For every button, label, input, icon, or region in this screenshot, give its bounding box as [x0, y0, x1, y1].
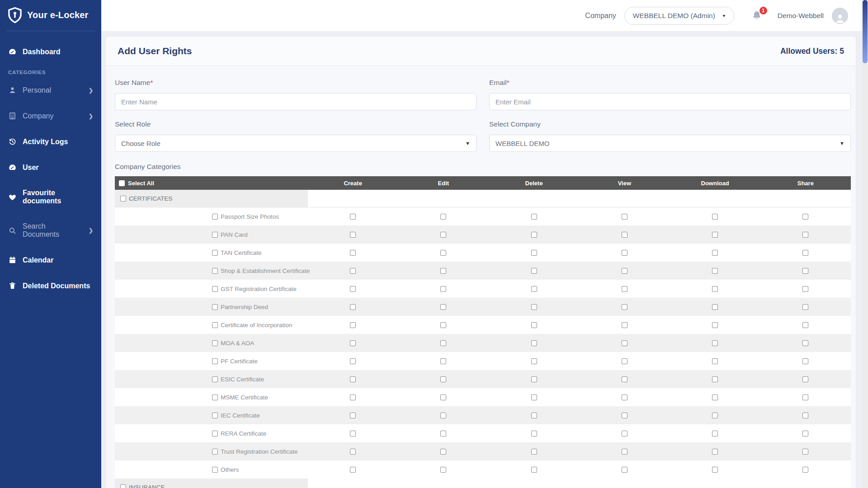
permission-checkbox-edit-pan-card[interactable] [440, 232, 446, 238]
permission-checkbox-edit-certificate-of-incorporation[interactable] [440, 322, 446, 328]
permission-checkbox-download-shop-establishment-certificate[interactable] [712, 268, 718, 274]
permission-checkbox-create-pf-certificate[interactable] [350, 358, 356, 364]
permission-checkbox-delete-moa-aoa[interactable] [531, 340, 537, 346]
permission-checkbox-download-iec-certificate[interactable] [712, 413, 718, 418]
permission-checkbox-edit-others[interactable] [440, 467, 446, 473]
permission-checkbox-delete-pf-certificate[interactable] [531, 358, 537, 364]
category-checkbox-pan-card[interactable] [212, 232, 218, 238]
category-checkbox-pf-certificate[interactable] [212, 358, 218, 364]
category-checkbox-moa-aoa[interactable] [212, 340, 218, 346]
group-checkbox-certificates[interactable] [120, 196, 126, 202]
permission-checkbox-delete-gst-registration-certificate[interactable] [531, 286, 537, 292]
permission-checkbox-delete-certificate-of-incorporation[interactable] [531, 322, 537, 328]
permission-checkbox-share-tan-certificate[interactable] [802, 250, 808, 256]
permission-checkbox-edit-shop-establishment-certificate[interactable] [440, 268, 446, 274]
sidebar-item-activity-logs[interactable]: Activity Logs [0, 131, 101, 152]
permission-checkbox-share-certificate-of-incorporation[interactable] [802, 322, 808, 328]
permission-checkbox-view-msme-certificate[interactable] [622, 394, 627, 400]
permission-checkbox-edit-esic-certificate[interactable] [440, 376, 446, 382]
permission-checkbox-create-certificate-of-incorporation[interactable] [350, 322, 356, 328]
permission-checkbox-view-others[interactable] [622, 467, 627, 473]
sidebar-item-personal[interactable]: Personal❯ [0, 80, 101, 101]
notifications-button[interactable]: 1 [751, 10, 763, 22]
permission-checkbox-create-others[interactable] [350, 467, 356, 473]
category-checkbox-iec-certificate[interactable] [212, 413, 218, 418]
permission-checkbox-edit-tan-certificate[interactable] [440, 250, 446, 256]
permission-checkbox-edit-msme-certificate[interactable] [440, 394, 446, 400]
permission-checkbox-delete-tan-certificate[interactable] [531, 250, 537, 256]
category-checkbox-partnership-deed[interactable] [212, 304, 218, 310]
category-checkbox-tan-certificate[interactable] [212, 250, 218, 256]
permission-checkbox-delete-others[interactable] [531, 467, 537, 473]
permission-checkbox-edit-partnership-deed[interactable] [440, 304, 446, 310]
vertical-scrollbar[interactable] [862, 0, 868, 488]
sidebar-item-dashboard[interactable]: Dashboard [0, 41, 101, 62]
permission-checkbox-share-trust-registration-certificate[interactable] [802, 449, 808, 455]
permission-checkbox-share-pan-card[interactable] [802, 232, 808, 238]
permission-checkbox-edit-moa-aoa[interactable] [440, 340, 446, 346]
permission-checkbox-view-trust-registration-certificate[interactable] [622, 449, 627, 455]
sidebar-item-search-documents[interactable]: Search Documents❯ [0, 216, 101, 245]
category-checkbox-trust-registration-certificate[interactable] [212, 449, 218, 455]
group-checkbox-insurance[interactable] [120, 484, 126, 488]
permission-checkbox-view-rera-certificate[interactable] [622, 431, 627, 436]
sidebar-item-deleted-documents[interactable]: Deleted Documents [0, 275, 101, 296]
company-form-select[interactable]: WEBBELL DEMO ▼ [489, 135, 851, 152]
permission-checkbox-view-passport-size-photos[interactable] [622, 214, 627, 220]
permission-checkbox-share-partnership-deed[interactable] [802, 304, 808, 310]
permission-checkbox-delete-pan-card[interactable] [531, 232, 537, 238]
category-checkbox-gst-registration-certificate[interactable] [212, 286, 218, 292]
permission-checkbox-download-rera-certificate[interactable] [712, 431, 718, 436]
permission-checkbox-view-tan-certificate[interactable] [622, 250, 627, 256]
permission-checkbox-share-others[interactable] [802, 467, 808, 473]
permission-checkbox-download-moa-aoa[interactable] [712, 340, 718, 346]
permission-checkbox-share-gst-registration-certificate[interactable] [802, 286, 808, 292]
permission-checkbox-edit-iec-certificate[interactable] [440, 413, 446, 418]
permission-checkbox-create-shop-establishment-certificate[interactable] [350, 268, 356, 274]
permission-checkbox-view-pan-card[interactable] [622, 232, 627, 238]
permission-checkbox-download-passport-size-photos[interactable] [712, 214, 718, 220]
permission-checkbox-create-moa-aoa[interactable] [350, 340, 356, 346]
permission-checkbox-edit-gst-registration-certificate[interactable] [440, 286, 446, 292]
permission-checkbox-share-passport-size-photos[interactable] [802, 214, 808, 220]
permission-checkbox-delete-shop-establishment-certificate[interactable] [531, 268, 537, 274]
permission-checkbox-share-esic-certificate[interactable] [802, 376, 808, 382]
category-checkbox-certificate-of-incorporation[interactable] [212, 322, 218, 328]
permission-checkbox-download-gst-registration-certificate[interactable] [712, 286, 718, 292]
category-checkbox-passport-size-photos[interactable] [212, 214, 218, 220]
permission-checkbox-create-tan-certificate[interactable] [350, 250, 356, 256]
permission-checkbox-delete-trust-registration-certificate[interactable] [531, 449, 537, 455]
sidebar-item-calendar[interactable]: Calendar [0, 249, 101, 271]
permission-checkbox-download-others[interactable] [712, 467, 718, 473]
permission-checkbox-share-shop-establishment-certificate[interactable] [802, 268, 808, 274]
permission-checkbox-view-certificate-of-incorporation[interactable] [622, 322, 627, 328]
scrollbar-thumb[interactable] [863, 0, 868, 63]
permission-checkbox-create-gst-registration-certificate[interactable] [350, 286, 356, 292]
permission-checkbox-create-iec-certificate[interactable] [350, 413, 356, 418]
permission-checkbox-view-shop-establishment-certificate[interactable] [622, 268, 627, 274]
permission-checkbox-download-tan-certificate[interactable] [712, 250, 718, 256]
permission-checkbox-create-msme-certificate[interactable] [350, 394, 356, 400]
permission-checkbox-share-pf-certificate[interactable] [802, 358, 808, 364]
permission-checkbox-view-pf-certificate[interactable] [622, 358, 627, 364]
permission-checkbox-delete-partnership-deed[interactable] [531, 304, 537, 310]
category-checkbox-msme-certificate[interactable] [212, 394, 218, 400]
permission-checkbox-view-esic-certificate[interactable] [622, 376, 627, 382]
permission-checkbox-share-moa-aoa[interactable] [802, 340, 808, 346]
permission-checkbox-download-esic-certificate[interactable] [712, 376, 718, 382]
company-select[interactable]: WEBBELL DEMO (Admin) ▼ [624, 7, 734, 25]
permission-checkbox-download-trust-registration-certificate[interactable] [712, 449, 718, 455]
permission-checkbox-share-iec-certificate[interactable] [802, 413, 808, 418]
user-name-input[interactable] [115, 93, 476, 110]
permission-checkbox-edit-passport-size-photos[interactable] [440, 214, 446, 220]
permission-checkbox-download-certificate-of-incorporation[interactable] [712, 322, 718, 328]
permission-checkbox-download-partnership-deed[interactable] [712, 304, 718, 310]
email-input[interactable] [489, 93, 851, 110]
permission-checkbox-delete-esic-certificate[interactable] [531, 376, 537, 382]
select-all-checkbox[interactable] [119, 180, 125, 186]
category-checkbox-others[interactable] [212, 467, 218, 473]
permission-checkbox-create-partnership-deed[interactable] [350, 304, 356, 310]
permission-checkbox-download-pan-card[interactable] [712, 232, 718, 238]
category-checkbox-rera-certificate[interactable] [212, 431, 218, 436]
permission-checkbox-delete-msme-certificate[interactable] [531, 394, 537, 400]
